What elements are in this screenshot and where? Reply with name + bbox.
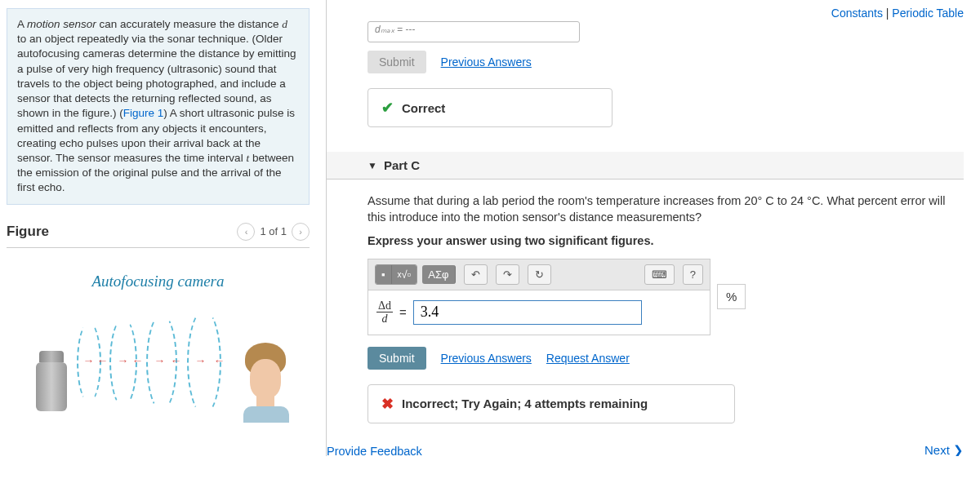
express-instruction: Express your answer using two significan… (368, 234, 964, 247)
x-icon: ✖ (381, 395, 394, 413)
figure-caption: Autofocusing camera (15, 273, 301, 290)
submit-button-disabled: Submit (368, 51, 426, 73)
answer-input[interactable] (413, 300, 642, 325)
constants-link[interactable]: Constants (831, 7, 883, 20)
figure-image: → ← → ← → ← → ← (20, 305, 297, 419)
answer-panel: ▪ x√▫ ΑΣφ ↶ ↷ ↻ ⌨ ? Δd d = (368, 259, 710, 335)
submit-button[interactable]: Submit (368, 347, 426, 370)
answer-unit: % (717, 284, 746, 309)
correct-text: Correct (402, 101, 445, 115)
request-answer-link[interactable]: Request Answer (546, 352, 630, 365)
keyboard-button[interactable]: ⌨ (644, 264, 675, 285)
problem-intro: A motion sensor can accurately measure t… (7, 8, 310, 205)
feedback-correct: ✔ Correct (368, 88, 612, 127)
check-icon: ✔ (381, 99, 394, 117)
answer-toolbar: ▪ x√▫ ΑΣφ ↶ ↷ ↻ ⌨ ? (368, 259, 710, 290)
part-c-title: Part C (384, 158, 420, 172)
previous-answers-link-2[interactable]: Previous Answers (441, 352, 532, 365)
figure-pager-text: 1 of 1 (260, 225, 287, 237)
template-tool-button[interactable]: ▪ (376, 265, 392, 284)
equals-sign: = (399, 305, 407, 319)
figure-prev-button[interactable]: ‹ (237, 223, 255, 241)
help-button[interactable]: ? (683, 264, 703, 285)
reset-button[interactable]: ↻ (528, 264, 551, 285)
part-c-header[interactable]: ▼ Part C (327, 152, 964, 180)
figure-1-link[interactable]: Figure 1 (123, 107, 164, 119)
feedback-incorrect: ✖ Incorrect; Try Again; 4 attempts remai… (368, 384, 735, 423)
figure-pager: ‹ 1 of 1 › (237, 223, 310, 241)
figure-heading: Figure (7, 224, 49, 240)
caret-down-icon: ▼ (368, 160, 377, 171)
symbols-button[interactable]: ΑΣφ (422, 265, 455, 284)
provide-feedback-link[interactable]: Provide Feedback (327, 445, 422, 456)
next-button[interactable]: Next ❯ (924, 443, 964, 456)
previous-answers-link[interactable]: Previous Answers (441, 55, 532, 69)
redo-button[interactable]: ↷ (496, 264, 519, 285)
prev-answer-display: dₘₐₓ = --- (368, 21, 580, 42)
figure-next-button[interactable]: › (292, 223, 310, 241)
sqrt-tool-button[interactable]: x√▫ (392, 265, 417, 284)
periodic-table-link[interactable]: Periodic Table (892, 7, 964, 20)
undo-button[interactable]: ↶ (464, 264, 488, 285)
part-c-question: Assume that during a lab period the room… (368, 193, 964, 226)
answer-variable-label: Δd d (376, 300, 393, 325)
incorrect-text: Incorrect; Try Again; 4 attempts remaini… (402, 397, 648, 410)
